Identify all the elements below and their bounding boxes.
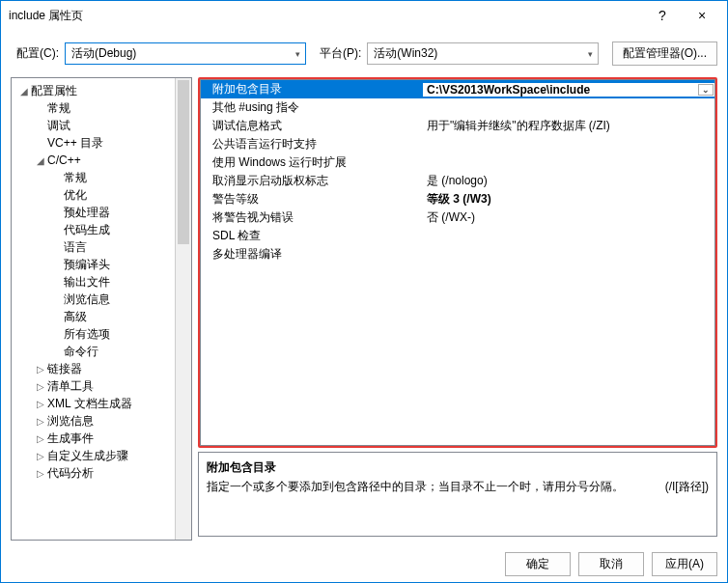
config-label: 配置(C): [16,45,59,62]
tree-item[interactable]: 语言 [14,238,173,256]
grid-row[interactable]: 其他 #using 指令 [201,98,714,117]
scrollbar[interactable] [175,78,191,540]
grid-row[interactable]: 警告等级等级 3 (/W3) [201,190,714,208]
chevron-down-icon: ▾ [582,49,599,59]
titlebar: include 属性页 ? × [1,1,727,30]
tree-item[interactable]: ▷自定义生成步骤 [14,447,173,464]
tree-item-label: 链接器 [47,361,82,377]
tree-item[interactable]: ◢C/C++ [14,152,173,169]
expand-icon: ▷ [34,416,47,427]
tree-item-label: 常规 [64,170,87,186]
expand-icon: ▷ [34,468,47,479]
tree-item[interactable]: 预处理器 [14,204,173,221]
expand-icon: ▷ [34,433,47,444]
expand-icon: ◢ [34,155,47,166]
tree-item-label: 清单工具 [47,378,94,395]
tree-item-label: 常规 [47,100,70,117]
grid-value-text: C:\VS2013WorkSpace\include [427,83,590,97]
tree-item-label: 代码分析 [47,465,94,482]
grid-value[interactable]: 否 (/WX-) [423,209,714,226]
grid-row[interactable]: 调试信息格式用于"编辑并继续"的程序数据库 (/ZI) [201,117,714,135]
tree-item[interactable]: ▷浏览信息 [14,412,173,430]
config-manager-button[interactable]: 配置管理器(O)... [612,42,717,66]
scrollbar-thumb[interactable] [178,80,189,244]
tree-panel: ◢配置属性常规调试VC++ 目录◢C/C++常规优化预处理器代码生成语言预编译头… [11,77,192,541]
grid-value-text: 否 (/WX-) [427,209,475,226]
tree-item-label: 所有选项 [64,326,110,343]
ok-button[interactable]: 确定 [505,552,571,576]
tree-item[interactable]: 输出文件 [14,273,173,291]
tree-item[interactable]: ▷链接器 [14,360,173,377]
grid-value[interactable]: 等级 3 (/W3) [423,191,714,208]
grid-value-text: 是 (/nologo) [427,173,488,189]
platform-combo[interactable]: ▾ [367,42,599,65]
window-title: include 属性页 [9,8,644,24]
help-button[interactable]: ? [644,2,681,29]
tree-item[interactable]: 浏览信息 [14,291,173,308]
tree-item[interactable]: 优化 [14,186,173,204]
tree-item-label: 预编译头 [64,257,110,273]
tree[interactable]: ◢配置属性常规调试VC++ 目录◢C/C++常规优化预处理器代码生成语言预编译头… [12,78,175,540]
tree-item-label: XML 文档生成器 [47,396,132,412]
grid-row[interactable]: 使用 Windows 运行时扩展 [201,153,714,172]
config-input[interactable] [66,47,289,61]
tree-item[interactable]: 所有选项 [14,325,173,343]
grid-key: 其他 #using 指令 [201,99,423,116]
tree-item-label: 高级 [64,309,87,325]
close-button[interactable]: × [681,2,723,29]
tree-item-label: 生成事件 [47,430,94,447]
grid-row[interactable]: SDL 检查 [201,227,714,245]
grid-value-text: 等级 3 (/W3) [427,191,491,208]
grid-row[interactable]: 公共语言运行时支持 [201,135,714,153]
grid-value[interactable]: 是 (/nologo) [423,173,714,189]
grid-key: 公共语言运行时支持 [201,136,423,153]
tree-item-label: C/C++ [47,153,81,167]
grid-row[interactable]: 将警告视为错误否 (/WX-) [201,208,714,227]
grid-key: SDL 检查 [201,228,423,244]
tree-item-label: 自定义生成步骤 [47,448,128,464]
platform-input[interactable] [368,47,581,61]
tree-item[interactable]: 高级 [14,308,173,325]
tree-item[interactable]: ▷代码分析 [14,464,173,482]
tree-item-label: 命令行 [64,344,98,360]
expand-icon: ▷ [34,399,47,409]
tree-item[interactable]: ▷XML 文档生成器 [14,395,173,412]
grid-key: 附加包含目录 [201,81,423,97]
tree-item[interactable]: 预编译头 [14,256,173,273]
grid-highlight: 附加包含目录C:\VS2013WorkSpace\include⌄其他 #usi… [198,77,717,448]
expand-icon: ▷ [34,381,47,392]
expand-icon: ◢ [17,86,31,97]
cancel-button[interactable]: 取消 [578,552,644,576]
chevron-down-icon[interactable]: ⌄ [698,84,714,96]
tree-item-label: 代码生成 [64,222,110,238]
tree-item-label: 预处理器 [64,205,110,221]
tree-item[interactable]: VC++ 目录 [14,134,173,152]
tree-item[interactable]: ◢配置属性 [14,82,173,99]
description-panel: 附加包含目录 指定一个或多个要添加到包含路径中的目录；当目录不止一个时，请用分号… [198,452,717,537]
chevron-down-icon: ▾ [289,49,305,59]
platform-label: 平台(P): [320,45,361,62]
tree-item[interactable]: ▷清单工具 [14,377,173,395]
grid-key: 将警告视为错误 [201,209,423,226]
grid-row[interactable]: 附加包含目录C:\VS2013WorkSpace\include⌄ [201,80,714,98]
tree-item[interactable]: 代码生成 [14,221,173,238]
grid-value[interactable]: C:\VS2013WorkSpace\include⌄ [423,83,714,97]
config-combo[interactable]: ▾ [65,42,306,65]
tree-item[interactable]: 常规 [14,169,173,186]
property-grid[interactable]: 附加包含目录C:\VS2013WorkSpace\include⌄其他 #usi… [200,79,715,446]
tree-item-label: 浏览信息 [64,292,110,308]
tree-item[interactable]: ▷生成事件 [14,430,173,447]
toolbar: 配置(C): ▾ 平台(P): ▾ 配置管理器(O)... [1,30,727,77]
description-title: 附加包含目录 [207,458,709,476]
tree-item-label: 浏览信息 [47,413,94,430]
grid-key: 调试信息格式 [201,118,423,134]
tree-item-label: VC++ 目录 [47,135,103,152]
tree-item-label: 输出文件 [64,274,110,291]
tree-item[interactable]: 调试 [14,117,173,134]
grid-value[interactable]: 用于"编辑并继续"的程序数据库 (/ZI) [423,118,714,134]
grid-row[interactable]: 多处理器编译 [201,245,714,264]
apply-button[interactable]: 应用(A) [652,552,717,576]
grid-row[interactable]: 取消显示启动版权标志是 (/nologo) [201,172,714,190]
tree-item[interactable]: 命令行 [14,343,173,360]
tree-item[interactable]: 常规 [14,99,173,117]
